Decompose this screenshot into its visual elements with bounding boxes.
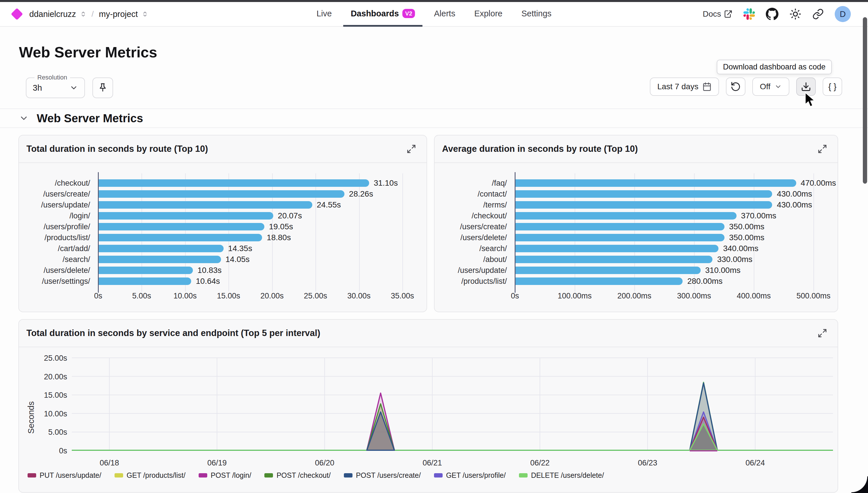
y-axis-label: Seconds: [26, 402, 36, 434]
section-header[interactable]: Web Server Metrics: [0, 108, 868, 128]
bar[interactable]: [99, 201, 312, 209]
expand-icon[interactable]: [818, 328, 827, 338]
bar-value-label: 470.00ms: [801, 178, 836, 188]
tab-live[interactable]: Live: [309, 2, 339, 27]
bar[interactable]: [515, 201, 772, 209]
bar[interactable]: [99, 278, 191, 285]
y-tick-label: 10.00s: [44, 409, 67, 418]
docs-link[interactable]: Docs: [703, 9, 733, 19]
org-switcher[interactable]: ddanielcruzz: [29, 9, 76, 19]
chevron-down-icon: [19, 113, 29, 123]
bar[interactable]: [515, 190, 772, 198]
resolution-label: Resolution: [35, 74, 70, 81]
bar[interactable]: [99, 256, 221, 263]
bar-category-label: /faq/: [435, 179, 507, 188]
bar[interactable]: [99, 234, 262, 241]
x-tick-label: 500.00ms: [797, 292, 831, 300]
page-title: Web Server Metrics: [19, 44, 157, 61]
bar[interactable]: [515, 212, 737, 219]
legend-label: POST /users/create/: [356, 471, 421, 479]
bar-value-label: 18.80s: [267, 233, 291, 242]
x-tick-label: 25.00s: [304, 292, 327, 300]
legend-label: PUT /users/update/: [40, 471, 101, 479]
tab-alerts[interactable]: Alerts: [426, 2, 463, 27]
link-icon[interactable]: [812, 8, 824, 20]
gridline: [402, 173, 403, 292]
bar[interactable]: [99, 190, 344, 198]
bar[interactable]: [515, 278, 682, 285]
legend-item[interactable]: POST /checkout/: [264, 471, 331, 479]
section-title: Web Server Metrics: [37, 112, 143, 125]
bar-chart-average-duration[interactable]: 0s100.00ms200.00ms300.00ms400.00ms500.00…: [435, 163, 838, 312]
breadcrumb-separator: /: [90, 9, 95, 19]
slack-icon[interactable]: [743, 8, 755, 20]
pin-resolution-button[interactable]: [92, 78, 113, 98]
bar[interactable]: [99, 223, 264, 231]
legend-item[interactable]: POST /users/create/: [344, 471, 421, 479]
bar[interactable]: [515, 245, 718, 252]
legend-item[interactable]: DELETE /users/delete/: [519, 471, 604, 479]
refresh-button[interactable]: [726, 78, 745, 96]
rotate-ccw-icon: [731, 82, 741, 92]
panel-title: Average duration in seconds by route (To…: [442, 144, 638, 154]
tooltip-download-dashboard: Download dashboard as code: [717, 60, 832, 74]
legend-swatch: [199, 473, 207, 477]
legend-label: GET /users/profile/: [446, 471, 506, 479]
sun-icon[interactable]: [789, 8, 801, 20]
legend-item[interactable]: GET /products/list/: [114, 471, 186, 479]
x-tick-label: 0s: [511, 292, 519, 300]
bar[interactable]: [515, 179, 796, 187]
pushpin-icon: [97, 82, 108, 93]
user-avatar[interactable]: D: [835, 6, 851, 22]
legend-label: DELETE /users/delete/: [531, 471, 604, 479]
bar[interactable]: [99, 245, 224, 252]
bar-category-label: /products/list/: [19, 233, 90, 242]
x-tick-label: 5.00s: [132, 292, 151, 300]
project-switcher[interactable]: my-project: [99, 9, 138, 19]
bar-value-label: 330.00ms: [717, 255, 752, 264]
tab-explore[interactable]: Explore: [467, 2, 510, 27]
expand-icon[interactable]: [406, 144, 416, 154]
x-tick-label: 200.00ms: [617, 292, 652, 300]
x-tick-label: 20.00s: [260, 292, 283, 300]
resolution-select[interactable]: Resolution 3h: [26, 78, 85, 98]
legend-swatch: [344, 473, 353, 477]
bar[interactable]: [99, 266, 193, 274]
github-icon[interactable]: [766, 8, 779, 20]
brand-logo-icon[interactable]: [11, 8, 23, 20]
x-tick-label: 15.00s: [217, 292, 240, 300]
bar-category-label: /users/delete/: [435, 233, 507, 242]
bar[interactable]: [99, 212, 273, 219]
legend-item[interactable]: PUT /users/update/: [27, 471, 101, 479]
bar[interactable]: [515, 266, 701, 274]
tab-settings[interactable]: Settings: [514, 2, 559, 27]
time-range-button[interactable]: Last 7 days: [650, 78, 719, 96]
code-view-button[interactable]: { }: [823, 78, 842, 96]
bar-category-label: /search/: [19, 255, 90, 264]
bar[interactable]: [515, 256, 713, 263]
panel-title: Total duration in seconds by route (Top …: [26, 144, 208, 154]
bar[interactable]: [99, 179, 369, 187]
download-icon: [801, 82, 811, 92]
chevrons-up-down-icon[interactable]: [142, 11, 148, 17]
v2-badge: V2: [402, 9, 415, 18]
expand-icon[interactable]: [818, 144, 827, 154]
auto-refresh-select[interactable]: Off: [752, 78, 789, 96]
legend-swatch: [434, 473, 443, 477]
bar[interactable]: [515, 223, 724, 231]
scrollbar-thumb[interactable]: [863, 17, 867, 184]
x-tick-label: 06/18: [100, 458, 119, 467]
bar-category-label: /user/settings/: [19, 277, 90, 286]
bar-chart-total-duration[interactable]: 0s5.00s10.00s15.00s20.00s25.00s30.00s35.…: [19, 163, 426, 312]
tab-dashboards[interactable]: Dashboards V2: [343, 2, 423, 27]
chevrons-up-down-icon[interactable]: [80, 11, 86, 17]
area-chart-duration-timeline[interactable]: 25.00s20.00s15.00s10.00s5.00s0s06/1806/1…: [19, 347, 838, 471]
legend-item[interactable]: GET /users/profile/: [434, 471, 506, 479]
x-tick-label: 06/19: [207, 458, 227, 467]
bar[interactable]: [515, 234, 724, 241]
bar-category-label: /checkout/: [19, 179, 90, 188]
bar-value-label: 31.10s: [374, 178, 398, 188]
legend-item[interactable]: POST /login/: [199, 471, 251, 479]
bar-category-label: /terms/: [435, 200, 507, 210]
external-link-icon: [724, 10, 733, 18]
